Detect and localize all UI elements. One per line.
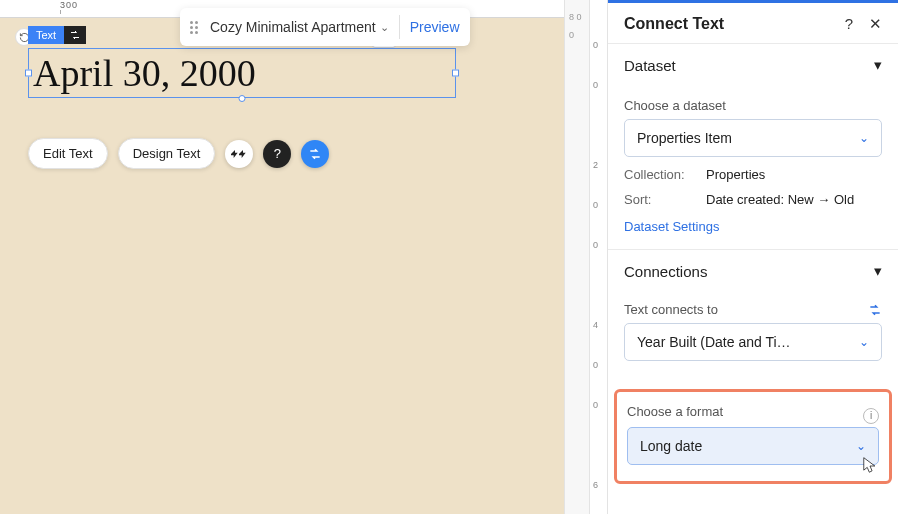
connects-to-value: Year Built (Date and Ti…: [637, 334, 791, 350]
chevron-down-icon: ⌄: [380, 21, 389, 34]
section-dataset-label: Dataset: [624, 57, 676, 74]
help-icon[interactable]: ?: [845, 15, 853, 33]
right-panel: Connect Text ? ✕ Dataset ▾ Choose a data…: [608, 0, 898, 514]
page-toolbar: Cozy Minimalist Apartment ⌄ Preview: [180, 8, 470, 46]
preview-button[interactable]: Preview: [410, 19, 460, 35]
format-select[interactable]: Long date ⌄: [627, 427, 879, 465]
resize-handle-left[interactable]: [25, 70, 32, 77]
choose-dataset-label: Choose a dataset: [624, 98, 882, 113]
choose-format-box: Choose a format i Long date ⌄: [614, 389, 892, 484]
design-text-button[interactable]: Design Text: [118, 138, 216, 169]
dataset-settings-link[interactable]: Dataset Settings: [624, 219, 719, 234]
info-icon[interactable]: i: [863, 408, 879, 424]
collection-value: Properties: [706, 167, 765, 182]
element-action-bar: Edit Text Design Text ?: [28, 138, 329, 169]
selection-tag: Text: [28, 26, 86, 44]
section-connections-label: Connections: [624, 263, 707, 280]
animation-button[interactable]: [225, 140, 253, 168]
ruler-mark: 300: [60, 0, 110, 10]
text-content[interactable]: April 30, 2000: [33, 51, 256, 95]
chevron-down-icon: ⌄: [859, 335, 869, 349]
connects-to-select[interactable]: Year Built (Date and Ti… ⌄: [624, 323, 882, 361]
panel-title: Connect Text: [624, 15, 724, 33]
drag-handle-icon[interactable]: [190, 21, 200, 34]
cursor-icon: [863, 457, 877, 475]
collection-key: Collection:: [624, 167, 700, 182]
panel-header: Connect Text ? ✕: [608, 3, 898, 43]
chevron-down-icon: ⌄: [859, 131, 869, 145]
chevron-down-icon: ⌄: [856, 439, 866, 453]
selected-text-element[interactable]: Text April 30, 2000: [28, 48, 456, 98]
section-connections-body: Text connects to Year Built (Date and Ti…: [608, 292, 898, 375]
ruler-right: 0 0 2 0 0 4 0 0 6: [590, 0, 608, 514]
divider: [399, 15, 400, 39]
dataset-select-value: Properties Item: [637, 130, 732, 146]
dataset-select[interactable]: Properties Item ⌄: [624, 119, 882, 157]
format-select-value: Long date: [640, 438, 702, 454]
section-connections-header[interactable]: Connections ▾: [608, 249, 898, 292]
section-dataset-header[interactable]: Dataset ▾: [608, 43, 898, 86]
close-icon[interactable]: ✕: [869, 15, 882, 33]
resize-handle-right[interactable]: [452, 70, 459, 77]
section-dataset-body: Choose a dataset Properties Item ⌄ Colle…: [608, 86, 898, 249]
canvas-gutter: 8 0 0: [564, 0, 590, 514]
help-button[interactable]: ?: [263, 140, 291, 168]
gutter-marks: 8 0 0: [569, 8, 582, 44]
sync-icon[interactable]: [868, 303, 882, 317]
collection-row: Collection: Properties: [624, 167, 882, 182]
connects-to-label: Text connects to: [624, 302, 718, 317]
caret-down-icon: ▾: [874, 56, 882, 74]
choose-format-label: Choose a format: [627, 404, 723, 419]
edit-text-button[interactable]: Edit Text: [28, 138, 108, 169]
connect-data-button[interactable]: [301, 140, 329, 168]
data-connect-icon[interactable]: [64, 26, 86, 44]
page-name-label: Cozy Minimalist Apartment: [210, 19, 376, 35]
caret-down-icon: ▾: [874, 262, 882, 280]
sort-row: Sort: Date created: New → Old: [624, 192, 882, 207]
editor-canvas[interactable]: 300 Cozy Minimalist Apartment ⌄ Preview …: [0, 0, 564, 514]
page-name-dropdown[interactable]: Cozy Minimalist Apartment ⌄: [210, 19, 389, 35]
sort-key: Sort:: [624, 192, 700, 207]
sort-value: Date created: New → Old: [706, 192, 854, 207]
resize-handle-bottom[interactable]: [239, 95, 246, 102]
selection-tag-label: Text: [28, 26, 64, 44]
